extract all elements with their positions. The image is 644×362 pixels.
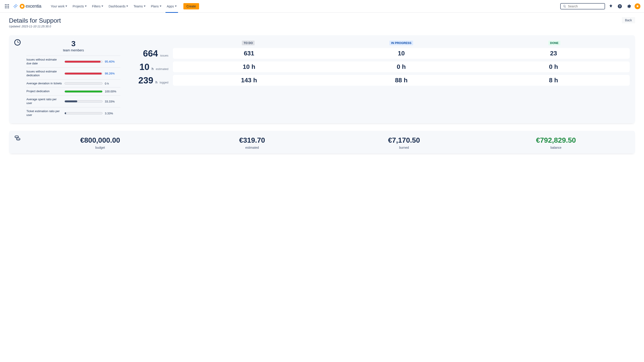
product-logo[interactable]: ✱ excentia: [13, 4, 42, 9]
team-label: team members: [26, 49, 120, 52]
nav-item-plans[interactable]: Plans: [149, 3, 164, 10]
nav-item-apps[interactable]: Apps: [164, 3, 179, 10]
status-done-header: DONE: [548, 41, 560, 45]
logged-done: 8 h: [478, 77, 630, 84]
budget-panel: €800,000.00 budget €319.70 estimated €7,…: [9, 131, 635, 153]
metric-bar: [64, 112, 102, 114]
logged-progress: 88 h: [325, 77, 478, 84]
issues-done: 23: [478, 50, 630, 57]
summary-logged-total: 239: [138, 75, 154, 85]
metric-value: 100.00%: [105, 90, 120, 93]
search-icon: [563, 5, 566, 8]
jira-icon: [13, 4, 18, 9]
metric-bar: [64, 100, 102, 102]
budget-budget: €800,000.00 budget: [26, 136, 174, 149]
chevron-down-icon: [85, 6, 87, 7]
metric-label: Average deviation in tickets: [26, 82, 62, 85]
metric-row: Issues without estimate due date95.40%: [26, 56, 120, 68]
budget-balance: €792,829.50 balance: [482, 136, 630, 149]
summary-estimated-unit: h: [152, 67, 154, 71]
metric-row: Project dedication100.00%: [26, 87, 120, 95]
nav-item-filters[interactable]: Filters: [90, 3, 106, 10]
page-updated: Updated: 2023-11-10 11:25:30.0: [9, 25, 61, 28]
budget-estimated: €319.70 estimated: [178, 136, 326, 149]
summary-estimated-total: 10: [140, 62, 150, 72]
status-todo-header: TO DO: [242, 41, 254, 45]
chevron-down-icon: [102, 6, 103, 7]
team-count: 3: [26, 39, 120, 48]
summary-issues-label: issues: [160, 54, 168, 57]
notifications-icon[interactable]: [608, 3, 614, 10]
status-progress-header: IN PROGRESS: [390, 41, 413, 45]
summary-logged-label: logged: [160, 81, 168, 84]
metric-value[interactable]: 95.40%: [105, 60, 120, 63]
summary-issues-total: 664: [143, 49, 158, 59]
summary-issues-row: 664 issues 631 10 23: [126, 48, 630, 59]
metric-list: Issues without estimate due date95.40%Is…: [26, 56, 120, 119]
budget-burned: €7,170.50 burned: [330, 136, 478, 149]
svg-point-3: [16, 138, 20, 139]
metric-row: Average spent ratio per user33.33%: [26, 95, 120, 107]
estimated-progress: 0 h: [325, 63, 478, 70]
search-input[interactable]: [568, 5, 602, 8]
issues-progress: 10: [325, 50, 478, 57]
back-button[interactable]: Back: [622, 17, 635, 23]
metric-bar: [64, 72, 102, 75]
estimated-todo: 10 h: [173, 63, 325, 70]
summary-estimated-row: 10 h estimated 10 h 0 h 0 h: [126, 61, 630, 72]
metric-row: Issues without estimate dedication98.26%: [26, 68, 120, 79]
metric-value: 3.33%: [105, 112, 120, 115]
summary-logged-row: 239 h logged 143 h 88 h 8 h: [126, 75, 630, 86]
issues-todo: 631: [173, 50, 325, 57]
page-header: Details for Support Updated: 2023-11-10 …: [9, 17, 635, 28]
logged-todo: 143 h: [173, 77, 325, 84]
top-nav: ✱ excentia Your workProjectsFiltersDashb…: [0, 0, 644, 13]
chevron-down-icon: [160, 6, 162, 7]
help-icon[interactable]: ?: [617, 3, 623, 10]
app-switcher-icon[interactable]: [4, 3, 10, 10]
user-avatar[interactable]: ✱: [634, 3, 640, 9]
metric-bar: [64, 82, 102, 85]
page-title: Details for Support: [9, 17, 61, 24]
nav-item-teams[interactable]: Teams: [131, 3, 148, 10]
metric-label: Issues without estimate dedication: [26, 70, 62, 77]
svg-text:?: ?: [619, 5, 621, 8]
stats-panel: 3 team members Issues without estimate d…: [9, 35, 635, 123]
settings-icon[interactable]: [626, 3, 632, 10]
metric-label: Ticket estimation ratio per user: [26, 109, 62, 117]
estimated-done: 0 h: [478, 63, 630, 70]
nav-item-dashboards[interactable]: Dashboards: [106, 3, 130, 10]
metric-label: Project dedication: [26, 89, 62, 93]
nav-items: Your workProjectsFiltersDashboardsTeamsP…: [48, 3, 179, 10]
coins-icon: [14, 135, 20, 141]
clock-icon: [14, 39, 20, 46]
metric-label: Issues without estimate due date: [26, 58, 62, 66]
create-button[interactable]: Create: [184, 3, 199, 10]
metric-row: Ticket estimation ratio per user3.33%: [26, 107, 120, 119]
summary-logged-unit: h: [156, 80, 158, 84]
chevron-down-icon: [144, 6, 146, 7]
svg-point-2: [15, 135, 18, 137]
nav-item-your-work[interactable]: Your work: [48, 3, 70, 10]
chevron-down-icon: [126, 6, 128, 7]
metric-value: 33.33%: [105, 100, 120, 103]
chevron-down-icon: [175, 6, 177, 7]
metric-bar: [64, 61, 102, 63]
chevron-down-icon: [66, 6, 67, 7]
summary-estimated-label: estimated: [156, 67, 168, 71]
search-box[interactable]: [560, 3, 605, 10]
metric-value: 0 h: [105, 82, 120, 85]
metric-value[interactable]: 98.26%: [105, 72, 120, 75]
metric-label: Average spent ratio per user: [26, 98, 62, 105]
metric-row: Average deviation in tickets0 h: [26, 79, 120, 87]
nav-item-projects[interactable]: Projects: [70, 3, 89, 10]
excentia-icon: ✱: [20, 4, 25, 9]
logo-text: excentia: [26, 4, 42, 9]
metric-bar: [64, 90, 102, 93]
